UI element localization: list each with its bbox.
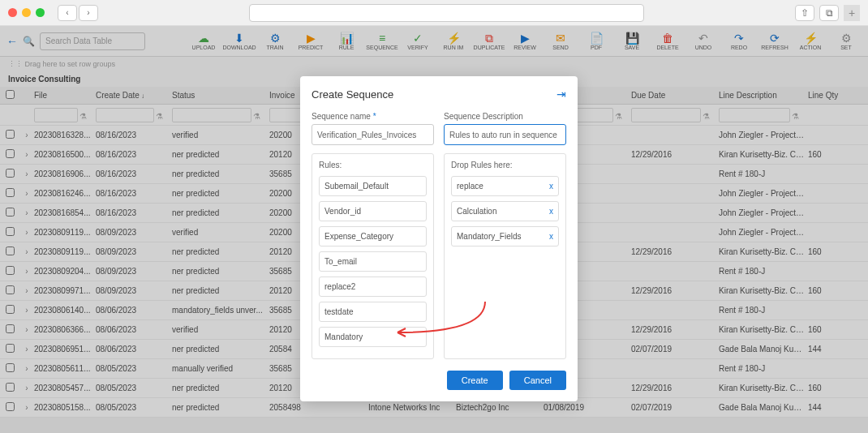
create-sequence-modal: Create Sequence ⇥ Sequence name * Sequen… — [300, 76, 578, 401]
dropped-rule-item[interactable]: replacex — [451, 176, 559, 196]
drop-label: Drop Rules here: — [451, 161, 559, 169]
titlebar: ‹ › ⇧ ⧉ + — [0, 0, 868, 26]
rule-item[interactable]: Vendor_id — [319, 201, 427, 221]
modal-close-icon[interactable]: ⇥ — [556, 88, 566, 101]
share-icon[interactable]: ⇧ — [795, 5, 814, 21]
new-tab[interactable]: + — [844, 5, 860, 21]
rule-item[interactable]: testdate — [319, 302, 427, 322]
traffic-lights — [8, 8, 45, 17]
remove-rule-icon[interactable]: x — [549, 207, 553, 216]
rule-item[interactable]: To_email — [319, 251, 427, 272]
rules-panel: Rules: Subemail_DefaultVendor_idExpense_… — [312, 153, 434, 359]
remove-rule-icon[interactable]: x — [549, 182, 553, 191]
address-bar[interactable] — [249, 4, 644, 22]
cancel-button[interactable]: Cancel — [509, 371, 566, 390]
modal-title: Create Sequence — [312, 88, 393, 101]
nav-forward[interactable]: › — [79, 5, 98, 21]
close-window[interactable] — [8, 8, 17, 17]
sequence-desc-input[interactable] — [444, 124, 566, 145]
rule-item[interactable]: Mandatory — [319, 327, 427, 347]
remove-rule-icon[interactable]: x — [549, 232, 553, 241]
rule-item[interactable]: Expense_Category — [319, 226, 427, 247]
maximize-window[interactable] — [36, 8, 45, 17]
tabs-icon[interactable]: ⧉ — [819, 5, 839, 21]
dropped-rule-item[interactable]: Mandatory_Fieldsx — [451, 226, 559, 247]
rule-item[interactable]: Subemail_Default — [319, 176, 427, 196]
sequence-name-input[interactable] — [312, 124, 434, 145]
create-button[interactable]: Create — [447, 371, 503, 390]
sequence-name-label: Sequence name * — [312, 112, 434, 121]
rule-item[interactable]: replace2 — [319, 277, 427, 297]
dropped-rule-item[interactable]: Calculationx — [451, 201, 559, 221]
rules-label: Rules: — [319, 161, 427, 169]
sequence-desc-label: Sequence Description — [444, 112, 566, 121]
drop-panel[interactable]: Drop Rules here: replacexCalculationxMan… — [444, 153, 566, 359]
nav-back[interactable]: ‹ — [58, 5, 77, 21]
minimize-window[interactable] — [22, 8, 31, 17]
